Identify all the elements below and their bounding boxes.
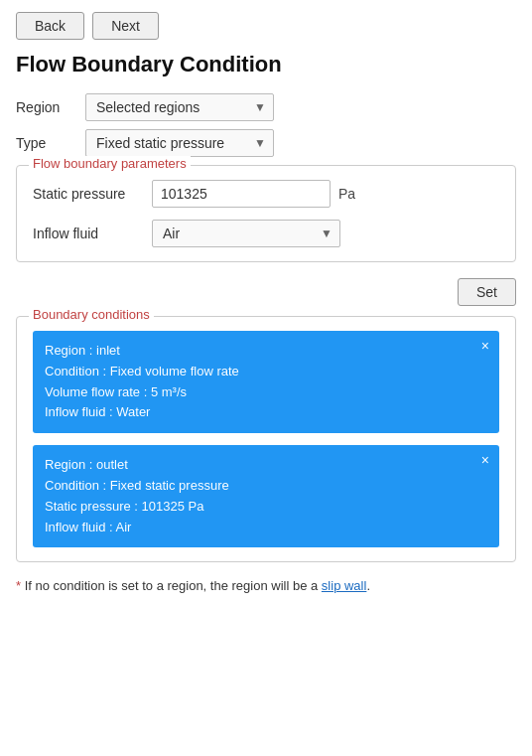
next-button[interactable]: Next xyxy=(92,12,159,40)
slip-wall-link[interactable]: slip wall xyxy=(322,578,367,593)
boundary-card-outlet-close-icon[interactable]: × xyxy=(481,453,489,467)
type-label: Type xyxy=(16,135,85,151)
boundary-card-inlet-line1: Region : inlet xyxy=(45,341,487,362)
top-buttons: Back Next xyxy=(16,12,516,40)
region-select[interactable]: Selected regions All regions xyxy=(85,93,274,121)
region-label: Region xyxy=(16,99,85,115)
region-select-wrapper: Selected regions All regions ▼ xyxy=(85,93,274,121)
footnote-text-before: If no condition is set to a region, the … xyxy=(21,578,322,593)
boundary-card-outlet-line4: Inflow fluid : Air xyxy=(45,518,487,538)
footnote: * If no condition is set to a region, th… xyxy=(16,578,516,593)
set-button-row: Set xyxy=(16,278,516,306)
boundary-card-inlet-line2: Condition : Fixed volume flow rate xyxy=(45,362,487,382)
static-pressure-row: Static pressure Pa xyxy=(33,180,499,208)
footnote-text-after: . xyxy=(366,578,370,593)
boundary-card-outlet: × Region : outlet Condition : Fixed stat… xyxy=(33,445,499,547)
inflow-fluid-row: Inflow fluid Air Water ▼ xyxy=(33,220,499,247)
set-button[interactable]: Set xyxy=(458,278,516,306)
inflow-fluid-select-wrapper: Air Water ▼ xyxy=(152,220,340,247)
inflow-fluid-label: Inflow fluid xyxy=(33,226,152,241)
boundary-card-inlet-close-icon[interactable]: × xyxy=(481,339,489,353)
back-button[interactable]: Back xyxy=(16,12,84,40)
static-pressure-unit: Pa xyxy=(338,186,355,202)
inflow-fluid-select[interactable]: Air Water xyxy=(152,220,340,247)
boundary-card-outlet-line1: Region : outlet xyxy=(45,455,487,476)
flow-boundary-params-group: Flow boundary parameters Static pressure… xyxy=(16,165,516,262)
page-title: Flow Boundary Condition xyxy=(16,52,516,77)
boundary-card-outlet-line3: Static pressure : 101325 Pa xyxy=(45,497,487,518)
boundary-card-inlet: × Region : inlet Condition : Fixed volum… xyxy=(33,331,499,433)
region-row: Region Selected regions All regions ▼ xyxy=(16,93,516,121)
static-pressure-label: Static pressure xyxy=(33,186,152,202)
boundary-conditions-legend: Boundary conditions xyxy=(29,307,154,322)
params-legend: Flow boundary parameters xyxy=(29,156,191,171)
boundary-card-inlet-line4: Inflow fluid : Water xyxy=(45,402,487,423)
boundary-card-inlet-line3: Volume flow rate : 5 m³/s xyxy=(45,382,487,403)
type-select[interactable]: Fixed static pressure Fixed volume flow … xyxy=(85,129,274,157)
boundary-card-outlet-line2: Condition : Fixed static pressure xyxy=(45,476,487,497)
type-row: Type Fixed static pressure Fixed volume … xyxy=(16,129,516,157)
static-pressure-input[interactable] xyxy=(152,180,331,208)
boundary-conditions-group: Boundary conditions × Region : inlet Con… xyxy=(16,316,516,562)
type-select-wrapper: Fixed static pressure Fixed volume flow … xyxy=(85,129,274,157)
